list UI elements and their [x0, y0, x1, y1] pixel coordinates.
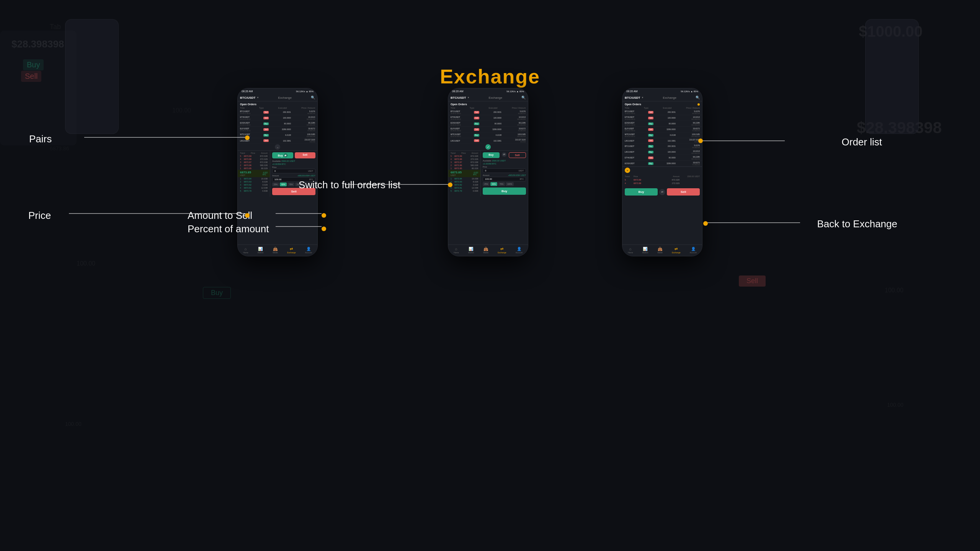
phone3-back-icon: ×: [625, 168, 630, 173]
phone3-nav-exchange[interactable]: ⇄ Exchange: [672, 247, 680, 254]
phone3-exchange-label: Exchange: [663, 96, 676, 99]
list-item: 26873.838.028: [238, 180, 270, 183]
phone3-status-icons: 56.12K/s ▲ 85%: [681, 90, 698, 93]
phone2-status-bar: 08:20 AM 56.12K/s ▲ 85%: [448, 88, 528, 94]
phone3-time: 08:20 AM: [626, 90, 638, 93]
phone1-navbar: BTC/USDT ▼ Exchange 🔍: [238, 94, 317, 101]
phone3-orderbook-mini-row: Trend Price Amount 1500.00 USDT: [625, 175, 700, 178]
phone2-swap-icon[interactable]: ⇄: [502, 152, 506, 157]
exchange-icon: ⇄: [675, 247, 678, 251]
phone2-price-input[interactable]: 0 USDT: [483, 168, 526, 173]
phone1-pair-selector[interactable]: BTC/USDT ▼: [240, 96, 259, 99]
phone2-nav-home[interactable]: ⌂ Home: [454, 247, 459, 254]
phone3-ob-row1: 5 6873.89 872.028: [625, 179, 700, 181]
phone2-nav-wallet[interactable]: 👜 Wallet: [483, 247, 488, 254]
list-item: 36873.823.029: [448, 183, 480, 186]
annotation-pairs: Pairs: [29, 133, 52, 145]
phone2-pct-100[interactable]: 100%: [506, 182, 514, 186]
table-row[interactable]: ELF/USDT09:28:15:09:53 Sell 3289.0000 33…: [622, 127, 702, 132]
phone1-price-input[interactable]: 0 USDT: [272, 169, 315, 173]
table-row[interactable]: ETH/USDT10:03:16:09:53 Sell 100.0000 10.…: [448, 115, 528, 121]
phone3-nav-wallet[interactable]: 👜 Wallet: [657, 247, 663, 254]
table-row[interactable]: BTC/USDT10:06:15:09:53 Sell 200.3031 5.0…: [448, 109, 528, 115]
phone1-sell-tab[interactable]: Sell: [295, 152, 316, 158]
phone3-order-list-dot: [697, 103, 700, 106]
table-row[interactable]: EOS/USDT09:30:15:09:53 Buy 90.0000 90.22…: [622, 121, 702, 127]
phone3-buy-button[interactable]: Buy: [625, 188, 658, 196]
phone3-back-indicator[interactable]: ×: [622, 166, 702, 174]
table-row[interactable]: ETH/USDT Sell 90.0000 90.2285500,000,000: [622, 155, 702, 161]
phone1-search-icon[interactable]: 🔍: [311, 96, 315, 99]
phone2-nav-exchange[interactable]: ⇄ Exchange: [498, 247, 506, 254]
table-row[interactable]: BTC/USDT10:06:15:09:53 Sell 200.3031 5.0…: [238, 109, 317, 115]
phone1-nav-exchange[interactable]: ⇄ Exchange: [287, 247, 296, 254]
table-row[interactable]: ETH/USDT10:03:16:09:53 Sell 100.0000 10.…: [622, 115, 702, 121]
order-type-badge: Buy: [263, 122, 269, 125]
phone3-search-icon[interactable]: 🔍: [696, 96, 700, 99]
table-row[interactable]: ELF/USDT09:28:15:09:53 Sell 3289.0000 33…: [238, 127, 317, 132]
phone2-price-field: Price 0 USDT: [483, 166, 526, 173]
phone2-sell-tab[interactable]: Sell: [509, 152, 526, 158]
phone-2: 08:20 AM 56.12K/s ▲ 85% BTC/USDT ▼ Excha…: [448, 88, 528, 256]
phone1-available-label: Available 1500.00 USDT: [272, 160, 315, 162]
phone1-buy-tab[interactable]: Buy ⇄: [272, 152, 293, 158]
page-title: Exchange: [440, 65, 540, 88]
phone2-buy-tab[interactable]: Buy: [483, 152, 500, 158]
phone2-pct-60[interactable]: 60%: [490, 182, 497, 186]
phone1-expand-orders-btn[interactable]: ⌄: [238, 143, 317, 151]
table-row[interactable]: WTC/USDT09:25:15:09:53 Buy 0.2138 100.01…: [238, 132, 317, 138]
phone2-amount-input[interactable]: 100.00 BTC: [483, 177, 526, 181]
exchange-icon: ⇄: [290, 247, 293, 251]
table-row[interactable]: ETH/USDT10:03:16:09:53 Sell 100.0000 10.…: [238, 115, 317, 121]
annotation-amount-to-sell: Amount to Sell: [188, 210, 252, 222]
phone1-swap-icon: ⇄: [284, 153, 287, 157]
phone1-nav-wallet[interactable]: 👜 Wallet: [273, 247, 278, 254]
list-item: 36873.87872.038: [238, 161, 270, 164]
table-row[interactable]: ELF/USDT09:28:15:09:53 Sell 3289.0000 33…: [448, 127, 528, 132]
list-item: 26873.86580.028: [238, 164, 270, 167]
table-row[interactable]: WTC/USDT09:25:15:09:53 Buy 0.2138 100.01…: [448, 132, 528, 138]
phone3-nav-market[interactable]: 📊 Market: [642, 247, 648, 254]
phone2-search-icon[interactable]: 🔍: [521, 96, 526, 99]
phone3-nav-account[interactable]: 👤 Account: [690, 247, 697, 254]
phone3-sell-button[interactable]: Sell: [667, 188, 700, 196]
phone1-nav-market[interactable]: 📊 Market: [258, 247, 263, 254]
table-row[interactable]: EOS/USDT09:30:15:09:53 Buy 90.0000 90.22…: [448, 121, 528, 127]
phone2-exchange-label: Exchange: [488, 96, 502, 99]
table-row[interactable]: BTC/USDT10:06:15:09:53 Sell 200.3031 5.0…: [622, 109, 702, 115]
phone2-nav-market[interactable]: 📊 Market: [468, 247, 474, 254]
phone2-time: 08:20 AM: [452, 90, 464, 93]
phone1-time: 08:20 AM: [242, 90, 253, 93]
table-row[interactable]: LRC/USDT Sell 102.3381 210,027.3100122,0…: [238, 138, 317, 143]
list-item: 46873.88272.029: [448, 158, 480, 161]
phone2-pair-selector[interactable]: BTC/USDT ▼: [451, 96, 469, 99]
phone2-nav-account[interactable]: 👤 Account: [516, 247, 523, 254]
phone3-nav-home[interactable]: ⌂ Home: [628, 247, 633, 254]
table-row[interactable]: EOS/USDT09:30:15:09:53 Buy 90.0000 90.22…: [238, 121, 317, 127]
phone2-pct-25[interactable]: 25%: [483, 182, 490, 186]
phone1-pair-chevron: ▼: [256, 96, 259, 99]
table-row[interactable]: LRC/USDT Sell 102.3381 210,027.3100122,0…: [448, 138, 528, 143]
phone2-expand-orders-btn[interactable]: ✓: [448, 143, 528, 151]
phone1-orderbook: TrendPriceAmount 56873.89872.028 46873.8…: [238, 151, 270, 197]
phone1-signal: 56.12K/s: [296, 90, 305, 93]
phone1-nav-account[interactable]: 👤 Account: [305, 247, 312, 254]
phone1-status-icons: 56.12K/s ▲ 85%: [296, 90, 314, 93]
table-row[interactable]: WTC/USDT09:25:15:09:53 Buy 0.2138 100.01…: [622, 132, 702, 138]
phone3-swap-icon[interactable]: ⇄: [659, 189, 665, 195]
annotation-amount-dot: [322, 213, 326, 218]
phone1-pct-60[interactable]: 60%: [280, 183, 287, 186]
phone1-pct-25[interactable]: 25%: [272, 183, 279, 186]
table-row[interactable]: LRC/USDT Buy 100.0000 10.0213120,000,000: [622, 149, 702, 155]
phone1-col-time: Time: [240, 107, 245, 109]
table-row[interactable]: LRC/USDT Sell 102.3381 210,027.3100122,0…: [622, 138, 702, 143]
phone2-buy-button[interactable]: Buy: [483, 187, 526, 195]
phone1-nav-home[interactable]: ⌂ Home: [243, 247, 248, 254]
phone1-pct-75[interactable]: 75%: [287, 183, 294, 186]
phone3-pair-name: BTC/USDT: [625, 96, 640, 99]
phone3-open-orders-title: Open Orders: [625, 103, 641, 106]
phone3-pair-selector[interactable]: BTC/USDT ▼: [625, 96, 644, 99]
table-row[interactable]: BTC/USDT Buy 200.3031 5.027634,000,000: [622, 143, 702, 149]
phone2-pct-75[interactable]: 75%: [498, 182, 505, 186]
table-row[interactable]: EOS/USDT Buy 3289.0000 33.827270,000,000: [622, 161, 702, 166]
